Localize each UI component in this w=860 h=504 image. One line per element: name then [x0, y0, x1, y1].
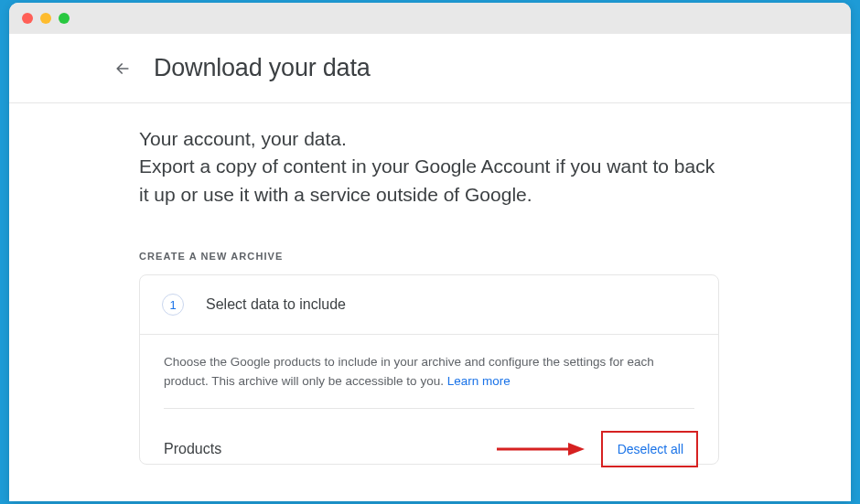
content-area: Your account, your data. Export a copy o…	[9, 103, 723, 465]
titlebar	[9, 3, 851, 34]
products-row: Products Deselect all	[164, 409, 694, 464]
maximize-window-button[interactable]	[59, 13, 70, 24]
close-window-button[interactable]	[22, 13, 33, 24]
section-label: CREATE A NEW ARCHIVE	[139, 251, 723, 262]
learn-more-link[interactable]: Learn more	[447, 374, 511, 388]
intro-sub: Export a copy of content in your Google …	[139, 153, 723, 209]
step-number-badge: 1	[162, 294, 184, 316]
step-header[interactable]: 1 Select data to include	[140, 275, 718, 335]
browser-window: Download your data Your account, your da…	[9, 3, 851, 501]
intro-heading: Your account, your data.	[139, 125, 723, 153]
page-title: Download your data	[154, 54, 371, 82]
minimize-window-button[interactable]	[40, 13, 51, 24]
step-title: Select data to include	[206, 296, 346, 313]
helper-text: Choose the Google products to include in…	[164, 353, 694, 409]
annotation-arrow-icon	[497, 440, 585, 458]
app-header: Download your data	[9, 34, 851, 103]
archive-card: 1 Select data to include Choose the Goog…	[139, 274, 719, 465]
helper-text-content: Choose the Google products to include in…	[164, 355, 654, 388]
back-arrow-icon[interactable]	[113, 59, 132, 78]
products-label: Products	[164, 441, 221, 457]
deselect-all-button[interactable]: Deselect all	[607, 434, 694, 464]
svg-marker-1	[568, 443, 585, 456]
step-body: Choose the Google products to include in…	[140, 335, 718, 464]
deselect-wrap: Deselect all	[607, 434, 694, 464]
